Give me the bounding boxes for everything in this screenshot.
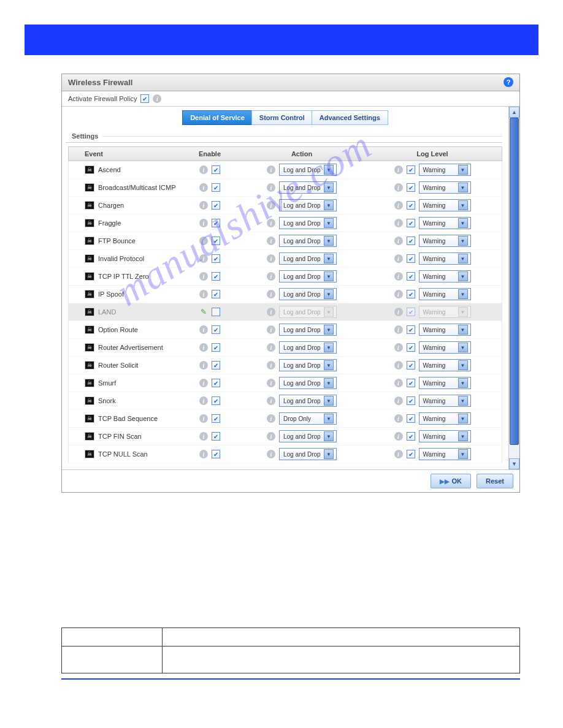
info-icon[interactable]: i [267,165,275,174]
log-checkbox[interactable] [407,396,415,405]
enable-checkbox[interactable] [212,343,220,352]
tab-denial-of-service[interactable]: Denial of Service [182,110,253,125]
log-checkbox[interactable] [407,272,415,281]
log-checkbox[interactable] [407,254,415,263]
table-row[interactable]: ☠Invalid ProtocoliiLog and Drop▼iWarning… [69,250,502,268]
enable-checkbox[interactable] [212,432,220,441]
info-icon[interactable]: i [199,361,208,370]
info-icon[interactable]: i [394,396,403,405]
log-checkbox[interactable] [407,219,415,227]
log-dropdown[interactable]: Warning▼ [419,448,471,460]
log-dropdown[interactable]: Warning▼ [419,181,471,194]
action-dropdown[interactable]: Log and Drop▼ [279,199,337,211]
log-checkbox[interactable] [407,290,415,298]
info-icon[interactable]: i [199,432,208,441]
action-dropdown[interactable]: Log and Drop▼ [279,395,337,407]
vertical-scrollbar[interactable]: ▲ ▼ [508,107,519,469]
info-icon[interactable]: i [394,361,403,370]
info-icon[interactable]: i [267,201,275,210]
table-row[interactable]: ☠TCP IP TTL ZeroiiLog and Drop▼iWarning▼ [69,268,502,286]
scroll-up-icon[interactable]: ▲ [509,107,519,118]
info-icon[interactable]: i [267,325,275,334]
enable-checkbox[interactable] [212,379,220,387]
log-dropdown[interactable]: Warning▼ [419,430,471,442]
info-icon[interactable]: i [267,183,275,192]
log-checkbox[interactable] [407,183,415,192]
table-row[interactable]: ☠SmurfiiLog and Drop▼iWarning▼ [69,374,502,392]
log-checkbox[interactable] [407,201,415,210]
table-row[interactable]: ☠FTP BounceiiLog and Drop▼iWarning▼ [69,232,502,250]
log-dropdown[interactable]: Warning▼ [419,199,471,211]
log-checkbox[interactable] [407,450,415,458]
info-icon[interactable]: i [199,450,208,458]
log-dropdown[interactable]: Warning▼ [419,270,471,282]
log-dropdown[interactable]: Warning▼ [419,377,471,389]
info-icon[interactable]: i [199,290,208,298]
action-dropdown[interactable]: Drop Only▼ [279,412,337,425]
scroll-down-icon[interactable]: ▼ [509,458,519,469]
info-icon[interactable]: i [199,272,208,281]
log-checkbox[interactable] [407,165,415,174]
info-icon[interactable]: i [267,450,275,458]
ok-button[interactable]: ▶▶OK [431,474,471,488]
log-dropdown[interactable]: Warning▼ [419,288,471,300]
info-icon[interactable]: i [267,343,275,352]
table-row[interactable]: ☠TCP NULL ScaniiLog and Drop▼iWarning▼ [69,446,502,463]
log-dropdown[interactable]: Warning▼ [419,252,471,265]
tab-advanced-settings[interactable]: Advanced Settings [312,110,388,125]
enable-checkbox[interactable] [212,237,220,245]
action-dropdown[interactable]: Log and Drop▼ [279,341,337,354]
action-dropdown[interactable]: Log and Drop▼ [279,164,337,176]
table-row[interactable]: ☠TCP FIN ScaniiLog and Drop▼iWarning▼ [69,428,502,446]
enable-checkbox[interactable] [212,308,220,316]
table-row[interactable]: ☠TCP Bad SequenceiiDrop Only▼iWarning▼ [69,410,502,428]
log-checkbox[interactable] [407,379,415,387]
info-icon[interactable]: i [267,237,275,245]
info-icon[interactable]: i [394,272,403,281]
enable-checkbox[interactable] [212,272,220,281]
info-icon[interactable]: i [267,219,275,227]
scroll-thumb[interactable] [510,118,519,445]
info-icon[interactable]: i [394,237,403,245]
info-icon[interactable]: i [394,219,403,227]
edit-icon[interactable]: ✎ [199,308,208,316]
info-icon[interactable]: i [199,254,208,263]
info-icon[interactable]: i [394,290,403,298]
info-icon[interactable]: i [394,325,403,334]
tab-storm-control[interactable]: Storm Control [251,110,313,125]
info-icon[interactable]: i [267,361,275,370]
log-dropdown[interactable]: Warning▼ [419,341,471,354]
info-icon[interactable]: i [394,201,403,210]
table-row[interactable]: ☠FraggleiiLog and Drop▼iWarning▼ [69,214,502,232]
action-dropdown[interactable]: Log and Drop▼ [279,217,337,229]
info-icon[interactable]: i [394,254,403,263]
log-checkbox[interactable] [407,361,415,370]
table-row[interactable]: ☠AscendiiLog and Drop▼iWarning▼ [69,161,502,179]
enable-checkbox[interactable] [212,396,220,405]
info-icon[interactable]: i [394,165,403,174]
scroll-track[interactable] [509,118,519,458]
table-row[interactable]: ☠ChargeniiLog and Drop▼iWarning▼ [69,197,502,214]
info-icon[interactable]: i [267,254,275,263]
enable-checkbox[interactable] [212,165,220,174]
info-icon[interactable]: i [394,450,403,458]
info-icon[interactable]: i [199,343,208,352]
info-icon[interactable]: i [153,94,161,103]
log-checkbox[interactable] [407,414,415,423]
log-checkbox[interactable] [407,325,415,334]
info-icon[interactable]: i [267,432,275,441]
log-dropdown[interactable]: Warning▼ [419,164,471,176]
table-row[interactable]: ☠Broadcast/Multicast ICMPiiLog and Drop▼… [69,179,502,197]
info-icon[interactable]: i [199,165,208,174]
info-icon[interactable]: i [267,308,275,316]
table-row[interactable]: ☠IP SpoofiiLog and Drop▼iWarning▼ [69,286,502,303]
info-icon[interactable]: i [394,379,403,387]
info-icon[interactable]: i [267,414,275,423]
log-dropdown[interactable]: Warning▼ [419,412,471,425]
info-icon[interactable]: i [267,290,275,298]
action-dropdown[interactable]: Log and Drop▼ [279,252,337,265]
enable-checkbox[interactable] [212,414,220,423]
action-dropdown[interactable]: Log and Drop▼ [279,448,337,460]
table-row[interactable]: ☠Router SolicitiiLog and Drop▼iWarning▼ [69,357,502,374]
enable-checkbox[interactable] [212,183,220,192]
